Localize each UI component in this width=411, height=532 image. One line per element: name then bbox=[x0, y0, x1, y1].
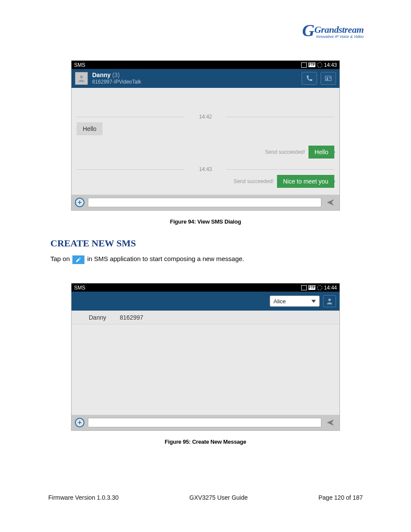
section-heading: CREATE NEW SMS bbox=[50, 238, 361, 249]
footer-version: Firmware Version 1.0.3.30 bbox=[48, 494, 118, 501]
figure-caption: Figure 95: Create New Message bbox=[50, 439, 361, 445]
ftp-icon: FTP bbox=[308, 285, 315, 290]
call-button[interactable] bbox=[302, 72, 317, 85]
message-input[interactable] bbox=[88, 418, 321, 427]
suggestion-name: Danny bbox=[77, 314, 120, 321]
figure-caption: Figure 94: View SMS Dialog bbox=[50, 218, 361, 225]
footer-doc-title: GXV3275 User Guide bbox=[190, 494, 248, 501]
sms-dialog-screenshot: SMS FTP 14:43 Danny (3) 8162997-IPVideoT… bbox=[71, 60, 340, 211]
brand-logo: GGrandstream Innovative IP Voice & Video bbox=[302, 24, 364, 39]
send-button[interactable] bbox=[325, 197, 336, 208]
send-button[interactable] bbox=[325, 417, 336, 428]
time-separator: 14:42 bbox=[77, 114, 334, 120]
contact-name: Danny bbox=[92, 72, 111, 78]
send-status: Send succeeded! bbox=[234, 178, 274, 184]
outgoing-message[interactable]: Nice to meet you bbox=[277, 175, 334, 188]
compose-bar: + bbox=[72, 195, 339, 210]
picture-icon bbox=[301, 285, 307, 290]
send-status: Send succeeded! bbox=[265, 149, 305, 155]
picture-icon bbox=[301, 62, 307, 68]
message-area bbox=[72, 324, 339, 415]
svg-point-0 bbox=[80, 75, 83, 78]
add-attachment-button[interactable]: + bbox=[75, 198, 84, 207]
contact-subtitle: 8162997-IPVideoTalk bbox=[92, 79, 298, 85]
compose-bar: + bbox=[72, 415, 339, 430]
status-bar: SMS FTP 14:43 bbox=[72, 61, 339, 69]
time-separator: 14:43 bbox=[77, 166, 334, 172]
recipient-bar: Alice bbox=[72, 292, 339, 311]
incoming-message[interactable]: Hello bbox=[77, 122, 103, 135]
add-attachment-button[interactable]: + bbox=[75, 418, 84, 427]
app-title: SMS bbox=[74, 62, 301, 68]
ftp-icon: FTP bbox=[308, 62, 315, 67]
footer-page-number: Page 120 of 187 bbox=[318, 494, 363, 501]
compose-icon bbox=[72, 255, 84, 264]
svg-point-5 bbox=[328, 299, 331, 301]
avatar-icon bbox=[75, 72, 88, 85]
status-time: 14:44 bbox=[324, 285, 337, 291]
add-contact-button[interactable] bbox=[323, 295, 336, 307]
contact-suggestion-row[interactable]: Danny 8162997 bbox=[72, 311, 339, 324]
page-footer: Firmware Version 1.0.3.30 GXV3275 User G… bbox=[0, 494, 411, 501]
outgoing-message[interactable]: Hello bbox=[308, 146, 334, 159]
status-time: 14:43 bbox=[324, 62, 337, 68]
contact-card-button[interactable] bbox=[321, 72, 336, 85]
app-title: SMS bbox=[74, 285, 301, 291]
instruction-paragraph: Tap on in SMS application to start compo… bbox=[50, 254, 361, 264]
svg-point-2 bbox=[327, 78, 328, 79]
recipient-input[interactable]: Alice bbox=[270, 296, 320, 307]
message-input[interactable] bbox=[88, 198, 321, 207]
loading-icon bbox=[317, 285, 322, 290]
create-message-screenshot: SMS FTP 14:44 Alice bbox=[71, 283, 340, 431]
suggestion-number: 8162997 bbox=[120, 314, 143, 321]
status-bar: SMS FTP 14:44 bbox=[72, 283, 339, 292]
contact-count: (3) bbox=[112, 72, 120, 78]
conversation-header: Danny (3) 8162997-IPVideoTalk bbox=[72, 69, 339, 88]
dropdown-icon bbox=[311, 300, 316, 303]
loading-icon bbox=[317, 62, 322, 68]
